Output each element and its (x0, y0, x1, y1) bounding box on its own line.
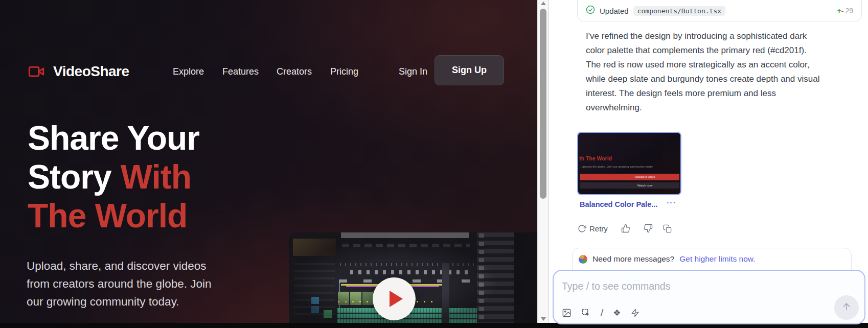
hero-title-line1: Share Your (28, 119, 199, 157)
chat-panel: Updated components/Button.tsx +-29 I've … (549, 0, 868, 323)
app-window: VideoShare Explore Features Creators Pri… (0, 0, 868, 328)
integrations-diamond-icon[interactable]: ❖ (613, 308, 621, 318)
hero-title: Share Your StoryWith The World (28, 119, 199, 235)
message-actions-toolbar: Retry (578, 224, 672, 233)
vertical-scrollbar[interactable] (537, 0, 549, 323)
thumbs-down-icon[interactable] (644, 224, 653, 233)
limits-banner-text: Need more messages? (592, 254, 674, 264)
retry-button[interactable]: Retry (578, 224, 608, 233)
file-update-card[interactable]: Updated components/Button.tsx +-29 (577, 0, 862, 21)
artifact-preview-thumbnail[interactable]: th The World ...around the globe. Join o… (577, 132, 681, 195)
scroll-up-arrow-icon[interactable] (541, 2, 546, 5)
assistant-message: I've refined the design by introducing a… (586, 29, 819, 115)
update-action-label: Updated (600, 7, 629, 15)
chat-composer: / ❖ (553, 270, 865, 324)
mini-primary-button: Upload a video (580, 174, 679, 180)
composer-input[interactable] (562, 277, 776, 295)
artifact-overflow-menu-icon[interactable]: ··· (667, 198, 676, 207)
sign-up-button[interactable]: Sign Up (435, 55, 504, 85)
mini-hero-body: ...around the globe. Join our growing co… (580, 165, 680, 168)
copy-icon[interactable] (663, 224, 672, 233)
arrow-up-icon (841, 301, 852, 314)
play-icon (390, 291, 403, 307)
nav-link-pricing[interactable]: Pricing (330, 66, 358, 77)
nav-link-creators[interactable]: Creators (277, 66, 312, 77)
brand-logo[interactable]: VideoShare (26, 63, 129, 80)
quick-actions-bolt-icon[interactable] (631, 309, 639, 317)
check-circle-icon (586, 5, 595, 16)
send-button[interactable] (834, 295, 859, 320)
composer-toolbar: / ❖ (562, 307, 639, 318)
nav-link-features[interactable]: Features (222, 66, 259, 77)
artifact-title-link[interactable]: Balanced Color Pale... (580, 200, 657, 208)
select-element-icon[interactable] (581, 308, 591, 318)
hero-video-thumbnail (289, 232, 537, 323)
hero-title-line3: The World (28, 196, 199, 235)
scrollbar-thumb[interactable] (540, 9, 546, 199)
scroll-down-arrow-icon[interactable] (541, 317, 546, 321)
retry-icon (578, 224, 586, 233)
play-button[interactable] (373, 277, 416, 320)
sign-in-link[interactable]: Sign In (399, 66, 427, 77)
brand-name: VideoShare (53, 63, 129, 80)
retry-label: Retry (589, 224, 608, 233)
thumbs-up-icon[interactable] (621, 224, 630, 233)
site-preview-pane: VideoShare Explore Features Creators Pri… (0, 0, 537, 323)
hero-title-line2: StoryWith (28, 157, 199, 196)
video-camera-icon (26, 64, 47, 79)
hero-subtitle: Upload, share, and discover videos from … (27, 257, 211, 311)
nav-link-explore[interactable]: Explore (173, 66, 204, 77)
diff-stats: +-29 (837, 7, 853, 15)
mini-hero-headline: th The World (579, 155, 612, 161)
usage-pie-icon (579, 255, 587, 264)
updated-file-path[interactable]: components/Button.tsx (633, 6, 725, 16)
get-higher-limits-link[interactable]: Get higher limits now. (679, 254, 755, 264)
attach-image-icon[interactable] (562, 308, 572, 318)
mini-secondary-button: Watch now (580, 182, 679, 189)
slash-command-icon[interactable]: / (601, 307, 603, 318)
